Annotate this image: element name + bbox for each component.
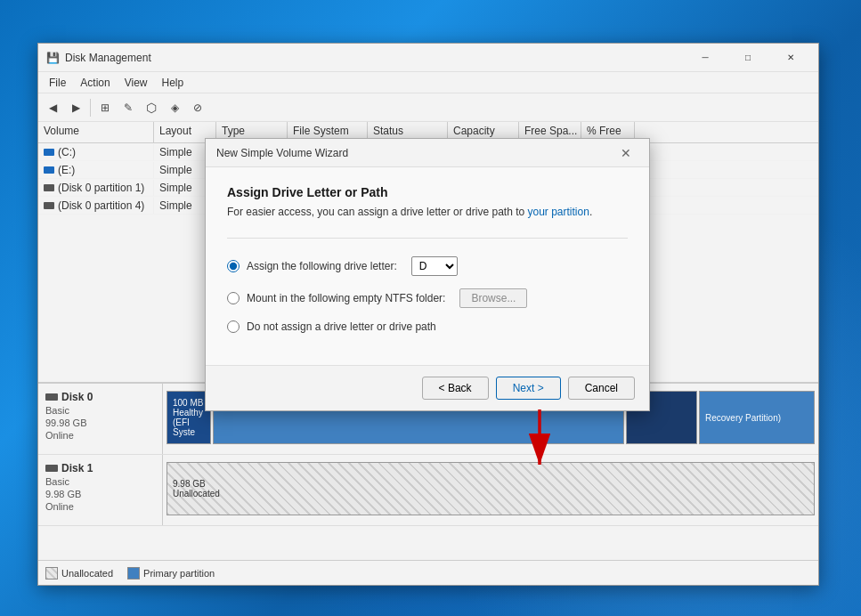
radio-row-3: Do not assign a drive letter or drive pa…: [227, 320, 628, 333]
dialog-close-button[interactable]: ✕: [613, 141, 638, 166]
dialog-heading: Assign Drive Letter or Path: [227, 185, 628, 199]
dialog-overlay: New Simple Volume Wizard ✕ Assign Drive …: [0, 0, 861, 616]
radio-ntfs-folder-label: Mount in the following empty NTFS folder…: [247, 292, 445, 304]
radio-no-letter-label: Do not assign a drive letter or drive pa…: [247, 320, 436, 333]
dialog-subtext: For easier access, you can assign a driv…: [227, 205, 628, 220]
back-button[interactable]: < Back: [422, 377, 489, 400]
radio-group: Assign the following drive letter: D E F…: [227, 256, 628, 333]
radio-row-2: Mount in the following empty NTFS folder…: [227, 288, 628, 308]
radio-no-letter[interactable]: [227, 320, 240, 333]
dialog-footer: < Back Next > Cancel: [206, 365, 649, 410]
dialog-separator: [227, 238, 628, 239]
radio-assign-letter[interactable]: [227, 260, 240, 272]
dialog-content: Assign Drive Letter or Path For easier a…: [206, 167, 649, 365]
radio-assign-letter-label: Assign the following drive letter:: [247, 260, 397, 272]
wizard-dialog: New Simple Volume Wizard ✕ Assign Drive …: [205, 138, 650, 411]
dialog-link: your partition: [528, 206, 589, 218]
radio-row-1: Assign the following drive letter: D E F…: [227, 256, 628, 276]
dialog-title-bar: New Simple Volume Wizard ✕: [206, 139, 649, 167]
drive-letter-select[interactable]: D E F G: [411, 256, 458, 276]
cancel-button[interactable]: Cancel: [568, 377, 635, 400]
radio-ntfs-folder[interactable]: [227, 292, 240, 304]
browse-button[interactable]: Browse...: [459, 288, 527, 308]
next-button[interactable]: Next >: [496, 377, 561, 400]
dialog-title: New Simple Volume Wizard: [216, 147, 613, 159]
